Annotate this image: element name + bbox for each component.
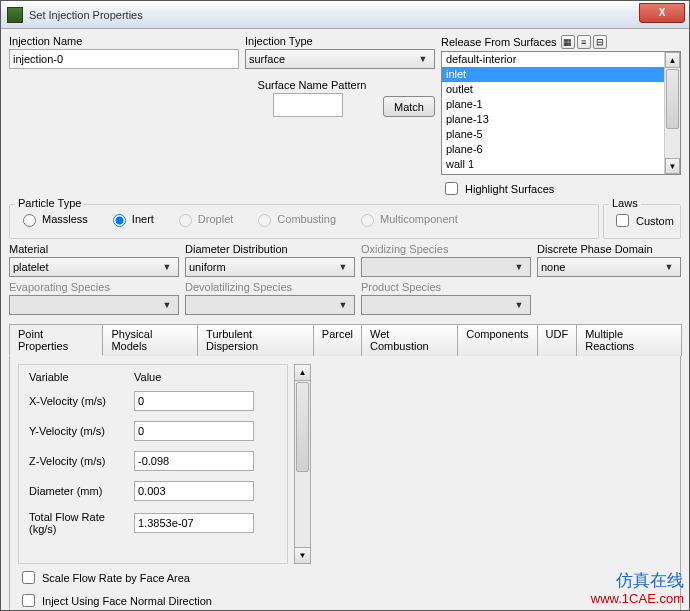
tab-turbulent-dispersion[interactable]: Turbulent Dispersion <box>197 324 314 356</box>
property-row: Y-Velocity (m/s) <box>29 421 277 441</box>
property-input[interactable] <box>134 421 254 441</box>
injection-type-value: surface <box>249 53 285 65</box>
chevron-down-icon: ▼ <box>159 300 175 310</box>
custom-laws-label: Custom <box>636 215 674 227</box>
devol-select: ▼ <box>185 295 355 315</box>
injection-name-label: Injection Name <box>9 35 239 47</box>
evap-label: Evaporating Species <box>9 281 179 293</box>
face-normal-label: Inject Using Face Normal Direction <box>42 595 212 607</box>
particle-radio-droplet: Droplet <box>174 211 233 227</box>
properties-scrollbar[interactable]: ▲ ▼ <box>294 364 311 564</box>
surface-pattern-input[interactable] <box>273 93 343 117</box>
oxidizing-label: Oxidizing Species <box>361 243 531 255</box>
chevron-down-icon: ▼ <box>415 54 431 64</box>
injection-name-input[interactable] <box>9 49 239 69</box>
scale-flow-checkbox[interactable] <box>22 571 35 584</box>
properties-box: Variable Value X-Velocity (m/s)Y-Velocit… <box>18 364 288 564</box>
material-select[interactable]: platelet▼ <box>9 257 179 277</box>
dialog-window: Set Injection Properties X Injection Nam… <box>0 0 690 611</box>
diameter-dist-label: Diameter Distribution <box>185 243 355 255</box>
select-none-icon[interactable]: ≡ <box>577 35 591 49</box>
devol-label: Devolatilizing Species <box>185 281 355 293</box>
tab-point-properties[interactable]: Point Properties <box>9 324 103 356</box>
scroll-thumb[interactable] <box>296 382 309 472</box>
particle-type-title: Particle Type <box>15 197 84 209</box>
surface-item[interactable]: plane-1 <box>442 97 664 112</box>
value-header: Value <box>134 371 161 383</box>
injection-type-label: Injection Type <box>245 35 435 47</box>
chevron-down-icon: ▼ <box>511 300 527 310</box>
diameter-dist-select[interactable]: uniform▼ <box>185 257 355 277</box>
injection-type-select[interactable]: surface ▼ <box>245 49 435 69</box>
material-label: Material <box>9 243 179 255</box>
particle-radio-multicomponent: Multicomponent <box>356 211 458 227</box>
highlight-surfaces-label: Highlight Surfaces <box>465 183 554 195</box>
property-row: X-Velocity (m/s) <box>29 391 277 411</box>
surface-item[interactable]: outlet <box>442 82 664 97</box>
property-input[interactable] <box>134 513 254 533</box>
chevron-down-icon: ▼ <box>159 262 175 272</box>
scale-flow-label: Scale Flow Rate by Face Area <box>42 572 190 584</box>
evap-select: ▼ <box>9 295 179 315</box>
particle-radio-massless[interactable]: Massless <box>18 211 88 227</box>
chevron-down-icon: ▼ <box>661 262 677 272</box>
select-all-icon[interactable]: ▦ <box>561 35 575 49</box>
prod-select: ▼ <box>361 295 531 315</box>
property-input[interactable] <box>134 451 254 471</box>
property-label: Z-Velocity (m/s) <box>29 455 134 467</box>
app-icon <box>7 7 23 23</box>
select-invert-icon[interactable]: ⊟ <box>593 35 607 49</box>
tab-components[interactable]: Components <box>457 324 537 356</box>
tab-parcel[interactable]: Parcel <box>313 324 362 356</box>
tab-udf[interactable]: UDF <box>537 324 578 356</box>
particle-radio-inert[interactable]: Inert <box>108 211 154 227</box>
property-row: Total Flow Rate (kg/s) <box>29 511 277 535</box>
content-area: Injection Name Injection Type surface ▼ … <box>1 29 689 610</box>
tab-wet-combustion[interactable]: Wet Combustion <box>361 324 458 356</box>
scroll-up-icon[interactable]: ▲ <box>295 365 310 381</box>
property-row: Z-Velocity (m/s) <box>29 451 277 471</box>
chevron-down-icon: ▼ <box>335 300 351 310</box>
tab-panel: Variable Value X-Velocity (m/s)Y-Velocit… <box>9 355 681 610</box>
release-surfaces-label: Release From Surfaces <box>441 36 557 48</box>
scroll-up-icon[interactable]: ▲ <box>665 52 680 68</box>
particle-type-group: Particle Type MasslessInertDropletCombus… <box>9 204 599 239</box>
match-button[interactable]: Match <box>383 96 435 117</box>
tab-physical-models[interactable]: Physical Models <box>102 324 198 356</box>
scroll-thumb[interactable] <box>666 69 679 129</box>
surface-pattern-label: Surface Name Pattern <box>245 79 379 91</box>
scroll-down-icon[interactable]: ▼ <box>295 547 310 563</box>
surface-item[interactable]: plane-13 <box>442 112 664 127</box>
chevron-down-icon: ▼ <box>335 262 351 272</box>
property-label: Y-Velocity (m/s) <box>29 425 134 437</box>
surfaces-listbox[interactable]: default-interiorinletoutletplane-1plane-… <box>441 51 681 175</box>
scroll-down-icon[interactable]: ▼ <box>665 158 680 174</box>
laws-title: Laws <box>609 197 641 209</box>
titlebar[interactable]: Set Injection Properties X <box>1 1 689 29</box>
window-title: Set Injection Properties <box>29 9 639 21</box>
highlight-surfaces-checkbox[interactable] <box>445 182 458 195</box>
property-row: Diameter (mm) <box>29 481 277 501</box>
surface-item[interactable]: plane-5 <box>442 127 664 142</box>
property-label: Diameter (mm) <box>29 485 134 497</box>
oxidizing-select: ▼ <box>361 257 531 277</box>
surface-item[interactable]: default-interior <box>442 52 664 67</box>
variable-header: Variable <box>29 371 134 383</box>
face-normal-checkbox[interactable] <box>22 594 35 607</box>
property-input[interactable] <box>134 391 254 411</box>
surface-item[interactable]: wall 1 <box>442 157 664 172</box>
laws-group: Laws Custom <box>603 204 681 239</box>
surface-item[interactable]: plane-6 <box>442 142 664 157</box>
property-input[interactable] <box>134 481 254 501</box>
discrete-domain-label: Discrete Phase Domain <box>537 243 681 255</box>
discrete-domain-select[interactable]: none▼ <box>537 257 681 277</box>
property-label: X-Velocity (m/s) <box>29 395 134 407</box>
close-button[interactable]: X <box>639 3 685 23</box>
prod-label: Product Species <box>361 281 531 293</box>
surface-item[interactable]: inlet <box>442 67 664 82</box>
tab-multiple-reactions[interactable]: Multiple Reactions <box>576 324 682 356</box>
property-label: Total Flow Rate (kg/s) <box>29 511 134 535</box>
custom-laws-checkbox[interactable] <box>616 214 629 227</box>
scrollbar[interactable]: ▲ ▼ <box>664 52 680 174</box>
particle-radio-combusting: Combusting <box>253 211 336 227</box>
